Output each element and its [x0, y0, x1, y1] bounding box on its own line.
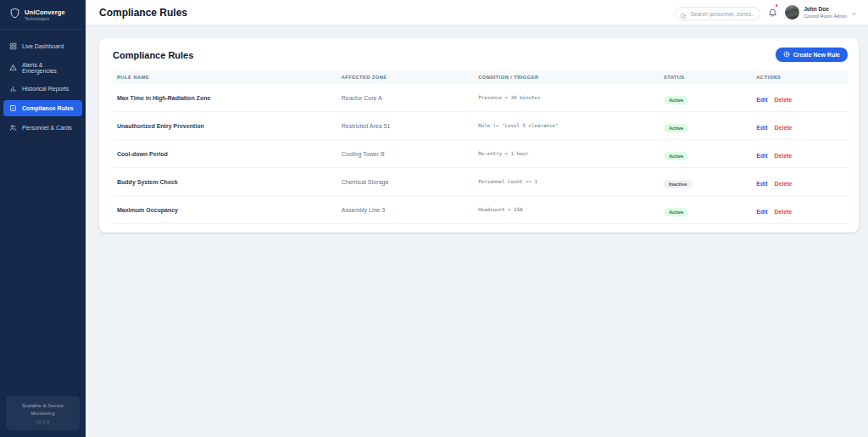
edit-link[interactable]: Edit — [756, 153, 767, 159]
edit-link[interactable]: Edit — [756, 209, 767, 215]
table-header-row: Rule Name Affected Zone Condition / Trig… — [113, 70, 849, 84]
rule-name: Unauthorized Entry Prevention — [113, 112, 337, 140]
rule-name: Max Time in High-Radiation Zone — [113, 84, 337, 112]
chevron-down-icon — [851, 5, 857, 20]
user-role: Control Room Admin — [804, 14, 847, 19]
status-badge: Active — [664, 152, 688, 160]
search-input[interactable] — [675, 7, 760, 20]
table-row: Unauthorized Entry Prevention Restricted… — [113, 112, 849, 140]
notification-dot — [775, 3, 779, 8]
edit-square-icon — [9, 104, 17, 113]
affected-zone: Chemical Storage — [337, 168, 474, 196]
column-header-affected-zone: Affected Zone — [337, 70, 474, 84]
main-area: Compliance Rules Create New Rule Rule Na… — [86, 25, 868, 437]
affected-zone: Reactor Core A — [337, 84, 474, 112]
sidebar-item-label: Historical Reports — [22, 86, 69, 92]
delete-link[interactable]: Delete — [775, 181, 793, 187]
sidebar-item-label: Live Dashboard — [22, 43, 64, 49]
delete-link[interactable]: Delete — [775, 153, 793, 159]
sidebar-item-label: Personnel & Cards — [22, 125, 72, 131]
edit-link[interactable]: Edit — [756, 97, 767, 103]
search-icon — [680, 8, 687, 14]
bar-chart-icon — [9, 85, 17, 93]
sidebar-nav: Live Dashboard Alerts & Emergencies Hist… — [0, 30, 86, 136]
sidebar-item-personnel-cards[interactable]: Personnel & Cards — [3, 120, 82, 136]
status-badge: Active — [664, 208, 688, 216]
affected-zone: Assembly Line 3 — [337, 196, 474, 224]
page-title: Compliance Rules — [99, 7, 187, 19]
top-bar: Compliance Rules John Doe Control Room A… — [86, 0, 868, 25]
sidebar-item-live-dashboard[interactable]: Live Dashboard — [3, 38, 82, 54]
app-version: v2.1.0 — [10, 419, 75, 424]
status-badge: Inactive — [664, 180, 693, 188]
create-new-rule-button[interactable]: Create New Rule — [776, 48, 848, 62]
status-badge: Active — [664, 96, 688, 104]
affected-zone: Restricted Area 51 — [337, 112, 474, 140]
sidebar-footer: Scalable & Secure Monitoring v2.1.0 — [6, 396, 80, 430]
people-icon — [9, 124, 17, 132]
edit-link[interactable]: Edit — [756, 181, 767, 187]
edit-link[interactable]: Edit — [756, 125, 767, 131]
create-new-rule-label: Create New Rule — [793, 52, 840, 58]
card-title: Compliance Rules — [113, 50, 193, 60]
user-menu[interactable]: John Doe Control Room Admin — [785, 5, 857, 20]
condition-trigger: Personnel Count == 1 — [474, 168, 659, 196]
column-header-condition-trigger: Condition / Trigger — [474, 70, 659, 84]
sidebar-item-compliance-rules[interactable]: Compliance Rules — [3, 100, 82, 116]
notifications-button[interactable] — [768, 5, 777, 20]
condition-trigger: Presence > 30 minutes — [474, 84, 659, 112]
delete-link[interactable]: Delete — [775, 97, 793, 103]
column-header-status: Status — [659, 70, 752, 84]
sidebar-item-label: Alerts & Emergencies — [22, 62, 76, 74]
condition-trigger: Re-entry < 1 hour — [474, 140, 659, 168]
table-row: Max Time in High-Radiation Zone Reactor … — [113, 84, 849, 112]
delete-link[interactable]: Delete — [775, 209, 793, 215]
column-header-actions: Actions — [752, 70, 849, 84]
delete-link[interactable]: Delete — [775, 125, 793, 131]
condition-trigger: Role != "Level 5 clearance" — [474, 112, 659, 140]
brand-name: UniConverge — [25, 8, 65, 16]
sidebar-item-label: Compliance Rules — [22, 105, 74, 111]
sidebar-item-alerts-emergencies[interactable]: Alerts & Emergencies — [3, 58, 82, 77]
rule-name: Maximum Occupancy — [113, 196, 337, 224]
brand: UniConverge Technologies — [0, 0, 86, 30]
column-header-rule-name: Rule Name — [113, 70, 337, 84]
sidebar-item-historical-reports[interactable]: Historical Reports — [3, 81, 82, 97]
avatar — [785, 5, 799, 20]
rules-table: Rule Name Affected Zone Condition / Trig… — [113, 70, 849, 224]
content-area: Compliance Rules John Doe Control Room A… — [86, 0, 868, 437]
status-badge: Active — [664, 124, 688, 132]
affected-zone: Cooling Tower B — [337, 140, 474, 168]
sidebar: UniConverge Technologies Live Dashboard … — [0, 0, 86, 437]
table-row: Cool-down Period Cooling Tower B Re-entr… — [113, 140, 849, 168]
plus-circle-icon — [783, 51, 790, 59]
search-wrap — [675, 4, 760, 21]
table-row: Buddy System Check Chemical Storage Pers… — [113, 168, 849, 196]
rule-name: Cool-down Period — [113, 140, 337, 168]
shield-icon — [9, 7, 20, 23]
rule-name: Buddy System Check — [113, 168, 337, 196]
condition-trigger: Headcount > 150 — [474, 196, 659, 224]
user-name: John Doe — [804, 6, 847, 14]
warning-triangle-icon — [9, 64, 17, 72]
table-row: Maximum Occupancy Assembly Line 3 Headco… — [113, 196, 849, 224]
grid-icon — [9, 42, 17, 51]
brand-subtitle: Technologies — [25, 16, 65, 21]
sidebar-tagline: Scalable & Secure Monitoring — [10, 402, 75, 417]
compliance-rules-card: Compliance Rules Create New Rule Rule Na… — [99, 38, 859, 233]
